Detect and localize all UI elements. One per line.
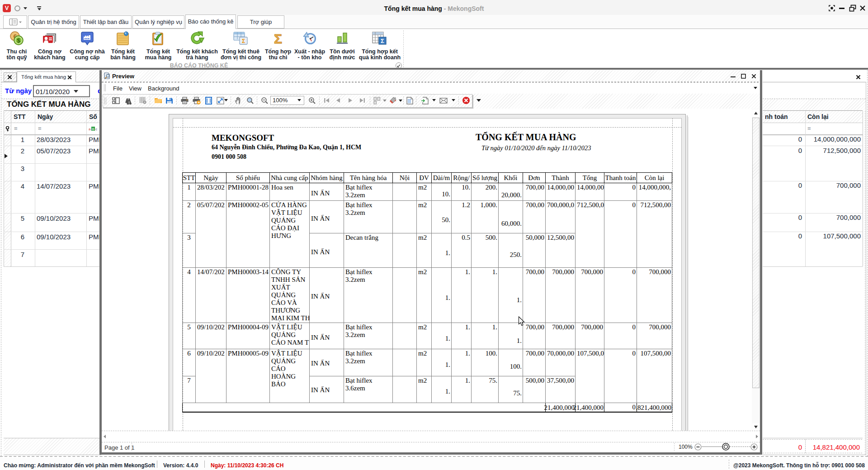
svg-text:Σ: Σ [381,38,384,44]
svg-text:Σ: Σ [242,38,245,44]
svg-text:c: c [95,127,97,131]
svg-text:a: a [89,127,91,131]
svg-text:B: B [92,127,94,131]
